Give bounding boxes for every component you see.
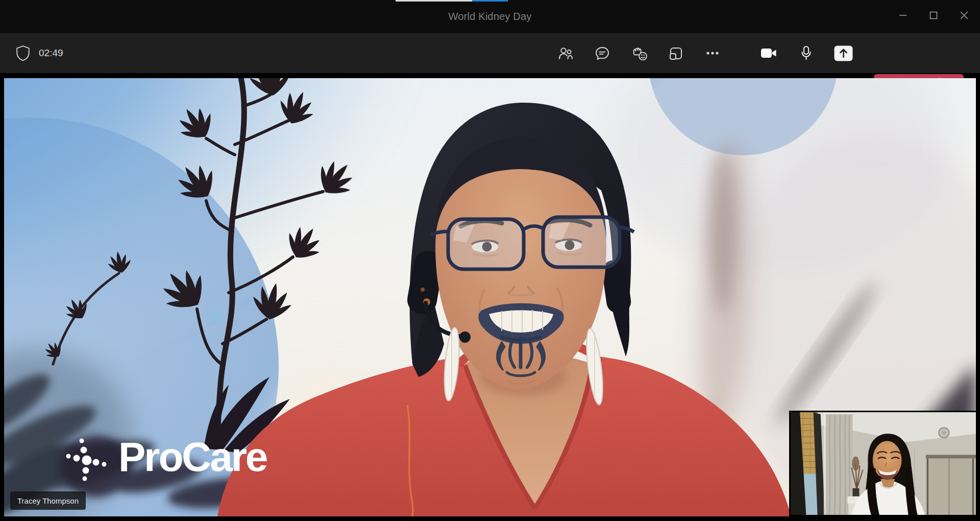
camera-button[interactable] <box>756 41 781 65</box>
microphone-icon <box>800 45 812 61</box>
participant-name-tag: Tracey Thompson <box>10 491 86 510</box>
procare-dots-icon <box>64 433 111 482</box>
toolbar-device-actions <box>756 33 855 73</box>
minimize-button[interactable] <box>894 7 912 24</box>
people-icon <box>558 46 573 60</box>
more-options-icon <box>705 46 720 60</box>
self-view-scene <box>791 412 976 515</box>
close-button[interactable] <box>955 7 973 24</box>
share-screen-icon <box>834 45 853 61</box>
meeting-info: 02:49 <box>15 33 63 73</box>
breakout-rooms-button[interactable] <box>664 41 688 65</box>
maximize-icon <box>928 10 939 20</box>
more-options-button[interactable] <box>700 41 725 65</box>
pip-closet <box>926 455 976 515</box>
window-controls <box>894 0 973 31</box>
microphone-button[interactable] <box>794 41 818 65</box>
procare-logo-text: ProCare <box>118 437 266 478</box>
lens-flare <box>211 313 220 322</box>
procare-logo: ProCare <box>64 433 266 482</box>
maximize-button[interactable] <box>925 7 942 24</box>
pip-window <box>791 412 826 515</box>
self-view-pip[interactable] <box>789 411 976 516</box>
camera-on-icon <box>761 47 777 59</box>
meeting-timer: 02:49 <box>39 48 63 59</box>
meeting-toolbar: 02:49 <box>0 33 980 73</box>
breakout-rooms-icon <box>669 46 683 61</box>
participant-name: Tracey Thompson <box>17 496 79 505</box>
reactions-button[interactable] <box>627 41 651 65</box>
share-screen-button[interactable] <box>831 41 855 65</box>
main-video-tile: ProCare Tracey Thompson <box>4 78 976 516</box>
chat-button[interactable] <box>590 41 615 65</box>
window-title: World Kidney Day <box>0 0 980 33</box>
minimize-icon <box>898 10 908 20</box>
teams-meeting-window: World Kidney Day 02:49 <box>0 0 980 521</box>
people-button[interactable] <box>553 41 578 65</box>
raise-hand-reactions-icon <box>630 46 648 61</box>
chat-icon <box>595 46 610 61</box>
shield-icon <box>15 45 31 61</box>
close-icon <box>959 10 969 20</box>
window-titlebar: World Kidney Day <box>0 0 980 33</box>
toolbar-center-actions <box>553 33 725 73</box>
